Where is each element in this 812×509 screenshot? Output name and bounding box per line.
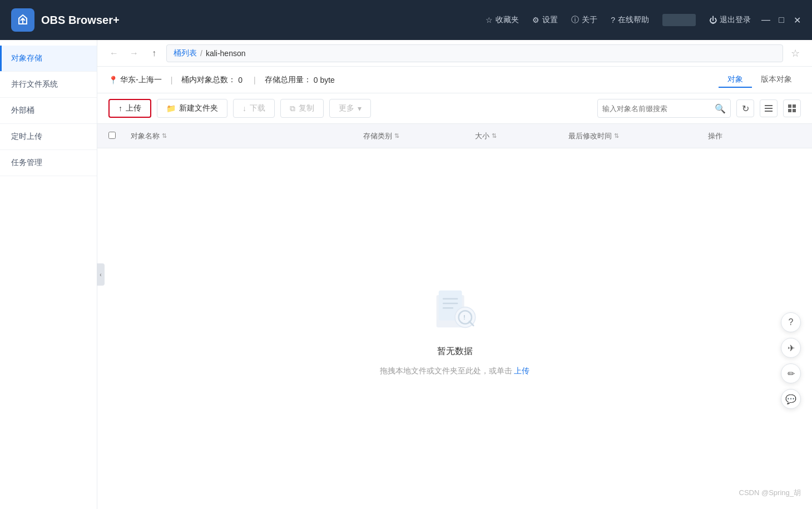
- object-count-label: 桶内对象总数：: [181, 75, 236, 85]
- more-button[interactable]: 更多 ▾: [329, 99, 371, 118]
- logout-icon: ⏻: [709, 16, 717, 24]
- sidebar-item-object-storage[interactable]: 对象存储: [0, 46, 97, 72]
- tab-version[interactable]: 版本对象: [752, 72, 801, 88]
- chevron-down-icon: ▾: [358, 104, 362, 113]
- breadcrumb-bar: ← → ↑ 桶列表 / kali-henson ☆: [97, 40, 812, 67]
- minimize-button[interactable]: —: [762, 16, 770, 24]
- svg-rect-7: [793, 109, 796, 112]
- window-controls: — □ ✕: [762, 16, 801, 24]
- empty-illustration: !: [427, 281, 483, 337]
- app-logo: OBS Browser+: [11, 8, 120, 32]
- svg-rect-2: [765, 108, 773, 109]
- tab-object[interactable]: 对象: [719, 72, 752, 88]
- th-size: 大小 ⇅: [475, 131, 568, 141]
- svg-rect-3: [765, 111, 773, 112]
- name-sort-icon[interactable]: ⇅: [162, 132, 167, 139]
- close-button[interactable]: ✕: [793, 16, 801, 24]
- user-avatar: [662, 14, 696, 26]
- svg-rect-4: [788, 104, 791, 108]
- nav-help[interactable]: ? 在线帮助: [611, 15, 649, 25]
- folder-icon: 📁: [166, 104, 176, 113]
- float-edit-button[interactable]: ✏: [781, 363, 801, 383]
- nav-settings[interactable]: ⚙ 设置: [532, 15, 558, 25]
- forward-button[interactable]: →: [126, 46, 142, 61]
- th-type: 存储类别 ⇅: [363, 131, 475, 141]
- titlebar: OBS Browser+ ☆ 收藏夹 ⚙ 设置 ⓘ 关于 ? 在线帮助 ⏻ 退出…: [0, 0, 812, 40]
- download-icon: ↓: [242, 104, 246, 113]
- object-tabs: 对象 版本对象: [719, 72, 801, 88]
- nav-logout[interactable]: ⏻ 退出登录: [709, 15, 751, 25]
- sidebar-item-task-mgmt[interactable]: 任务管理: [0, 150, 97, 176]
- empty-state: ! 暂无数据 拖拽本地文件或文件夹至此处，或单击 上传: [97, 148, 812, 509]
- refresh-button[interactable]: ↻: [736, 99, 754, 117]
- app-title: OBS Browser+: [41, 14, 120, 27]
- breadcrumb-path: 桶列表 / kali-henson: [166, 44, 783, 62]
- app-body: 对象存储 并行文件系统 外部桶 定时上传 任务管理 ‹ ← → ↑ 桶列表 / …: [0, 40, 812, 509]
- breadcrumb-current: kali-henson: [206, 49, 246, 58]
- list-view-button[interactable]: [760, 99, 778, 117]
- sidebar-item-parallel-fs[interactable]: 并行文件系统: [0, 72, 97, 98]
- svg-text:!: !: [463, 313, 466, 321]
- storage-size-value: 0 byte: [314, 76, 335, 84]
- empty-upload-link[interactable]: 上传: [514, 366, 529, 375]
- search-box: 🔍: [597, 99, 731, 118]
- logo-icon: [11, 8, 34, 32]
- float-send-button[interactable]: ✈: [781, 338, 801, 358]
- th-time: 最后修改时间 ⇅: [568, 131, 708, 141]
- info-icon: ⓘ: [571, 15, 579, 25]
- upload-icon: ↑: [118, 104, 122, 113]
- th-name: 对象名称 ⇅: [131, 131, 363, 141]
- download-button[interactable]: ↓ 下载: [233, 99, 275, 118]
- region-name: 华东-上海一: [120, 75, 162, 85]
- sidebar-collapse-button[interactable]: ‹: [97, 263, 105, 286]
- search-input[interactable]: [602, 104, 711, 113]
- titlebar-nav: ☆ 收藏夹 ⚙ 设置 ⓘ 关于 ? 在线帮助 ⏻ 退出登录: [486, 14, 751, 26]
- object-count-value: 0: [238, 76, 242, 84]
- new-folder-button[interactable]: 📁 新建文件夹: [157, 99, 227, 118]
- upload-button[interactable]: ↑ 上传: [108, 99, 151, 118]
- grid-view-button[interactable]: [783, 99, 801, 117]
- time-sort-icon[interactable]: ⇅: [614, 132, 619, 139]
- region-bar: 📍 华东-上海一 | 桶内对象总数： 0 | 存储总用量： 0 byte 对象 …: [97, 67, 812, 93]
- select-all-checkbox[interactable]: [108, 132, 116, 139]
- bookmark-button[interactable]: ☆: [788, 46, 803, 61]
- svg-rect-6: [788, 109, 791, 112]
- gear-icon: ⚙: [532, 16, 539, 24]
- up-button[interactable]: ↑: [146, 46, 162, 61]
- float-help-button[interactable]: ?: [781, 312, 801, 332]
- breadcrumb-separator: /: [200, 49, 202, 58]
- type-sort-icon[interactable]: ⇅: [394, 132, 399, 139]
- sidebar-item-scheduled-upload[interactable]: 定时上传: [0, 124, 97, 150]
- search-icon: 🔍: [715, 103, 726, 114]
- maximize-button[interactable]: □: [778, 16, 785, 24]
- float-chat-button[interactable]: 💬: [781, 389, 801, 409]
- table-header: 对象名称 ⇅ 存储类别 ⇅ 大小 ⇅ 最后修改时间 ⇅ 操作: [97, 124, 812, 148]
- sidebar: 对象存储 并行文件系统 外部桶 定时上传 任务管理 ‹: [0, 40, 97, 509]
- nav-about[interactable]: ⓘ 关于: [571, 15, 597, 25]
- watermark: CSDN @Spring_胡: [739, 488, 801, 498]
- star-icon: ☆: [486, 16, 493, 24]
- size-sort-icon[interactable]: ⇅: [492, 132, 497, 139]
- breadcrumb-root[interactable]: 桶列表: [174, 48, 197, 58]
- copy-icon: ⧉: [290, 104, 295, 113]
- th-checkbox: [108, 132, 131, 141]
- main-content: ← → ↑ 桶列表 / kali-henson ☆ 📍 华东-上海一 | 桶内对…: [97, 40, 812, 509]
- float-buttons: ? ✈ ✏ 💬: [781, 312, 801, 409]
- svg-rect-1: [765, 105, 773, 106]
- back-button[interactable]: ←: [106, 46, 122, 61]
- svg-rect-5: [793, 104, 796, 108]
- toolbar: ↑ 上传 📁 新建文件夹 ↓ 下载 ⧉ 复制 更多 ▾ 🔍: [97, 93, 812, 124]
- sidebar-item-external-bucket[interactable]: 外部桶: [0, 98, 97, 124]
- location-icon: 📍: [108, 76, 118, 84]
- empty-title: 暂无数据: [437, 346, 473, 357]
- nav-favorites[interactable]: ☆ 收藏夹: [486, 15, 519, 25]
- empty-desc: 拖拽本地文件或文件夹至此处，或单击 上传: [380, 366, 530, 376]
- storage-size-label: 存储总用量：: [265, 75, 311, 85]
- th-action: 操作: [708, 131, 801, 141]
- help-icon: ?: [611, 16, 615, 24]
- copy-button[interactable]: ⧉ 复制: [280, 99, 324, 118]
